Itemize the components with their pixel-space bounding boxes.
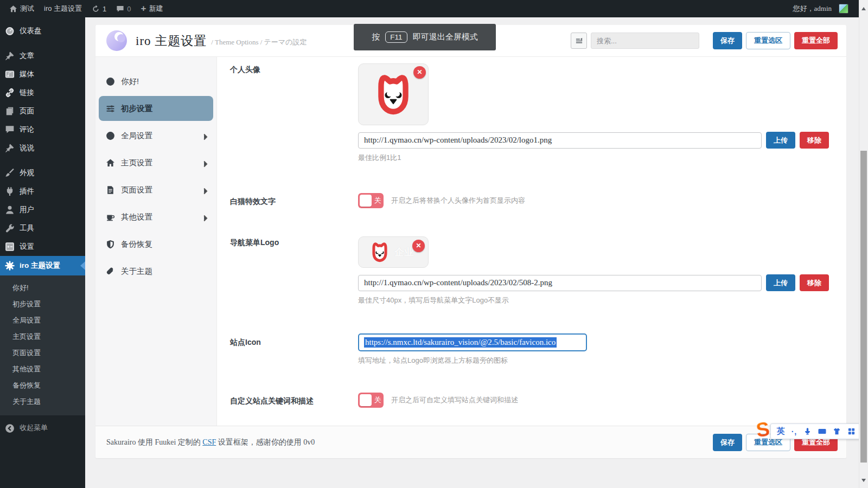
url-row: 上传 移除 — [358, 274, 833, 291]
sidebar-item-media[interactable]: 媒体 — [0, 65, 85, 84]
scroll-down-arrow[interactable] — [861, 479, 866, 484]
theme-nav-label: 备份恢复 — [121, 239, 152, 249]
logo-ghost-text: 企业 — [394, 246, 414, 259]
page-icon — [106, 185, 115, 195]
chevron-right-icon — [201, 187, 208, 194]
toggle-knob — [360, 394, 372, 406]
skin-icon[interactable] — [833, 427, 841, 435]
keyboard-icon[interactable] — [818, 427, 826, 435]
theme-nav-item-basic-settings[interactable]: 初步设置 — [99, 96, 213, 121]
submenu-item[interactable]: 备份恢复 — [0, 377, 85, 394]
sidebar-item-shuoshuo[interactable]: 说说 — [0, 139, 85, 157]
sidebar-item-label: 用户 — [20, 205, 34, 215]
field-control: https://s.nmxc.ltd/sakurairo_vision/@2.5… — [358, 333, 833, 365]
remove-avatar-image-button[interactable] — [413, 66, 426, 79]
sidebar-item-comments[interactable]: 评论 — [0, 120, 85, 139]
footer-credit: Sakurairo 使用 Fuukei 定制的 CSF 设置框架，感谢你的使用 … — [106, 438, 315, 447]
submenu-item[interactable]: 你好! — [0, 280, 85, 296]
submenu-item[interactable]: 页面设置 — [0, 345, 85, 361]
theme-nav-item-backup-restore[interactable]: 备份恢复 — [95, 230, 216, 258]
header-actions: 保存 重置选区 重置全部 — [571, 32, 838, 49]
ime-toolbar: S 英 ·, — [756, 420, 862, 440]
page-subtitle: / Theme Options / テーマの設定 — [211, 37, 307, 47]
reset-all-button[interactable]: 重置全部 — [794, 32, 838, 49]
collapse-sections-button[interactable] — [571, 33, 587, 49]
link-icon — [5, 88, 15, 98]
sidebar-item-links[interactable]: 链接 — [0, 84, 85, 102]
field-row-avatar: 个人头像 上传 移除 最佳比例1比1 — [230, 63, 833, 163]
theme-nav-item-other-settings[interactable]: 其他设置 — [95, 203, 216, 230]
comment-count: 0 — [127, 5, 131, 13]
sidebar-item-iro-theme-settings[interactable]: iro 主题设置 — [0, 256, 85, 275]
save-button-footer[interactable]: 保存 — [713, 434, 742, 451]
microphone-icon[interactable] — [803, 427, 812, 435]
theme-nav-label: 初步设置 — [121, 104, 152, 114]
theme-nav-item-hello[interactable]: 你好! — [95, 68, 216, 95]
admin-bar-new[interactable]: + 新建 — [136, 0, 168, 17]
users-icon — [5, 205, 15, 215]
sidebar-item-label: iro 主题设置 — [20, 261, 60, 271]
sidebar-item-posts[interactable]: 文章 — [0, 47, 85, 65]
site-icon-input[interactable]: https://s.nmxc.ltd/sakurairo_vision/@2.5… — [358, 333, 587, 351]
theme-nav-item-about-theme[interactable]: 关于主题 — [95, 258, 216, 285]
admin-bar-left: 测试 iro 主题设置 1 0 + 新建 — [4, 0, 168, 17]
admin-bar-comments[interactable]: 0 — [111, 0, 136, 17]
avatar-preview — [358, 63, 429, 125]
sidebar-item-dashboard[interactable]: 仪表盘 — [0, 22, 85, 40]
theme-nav-label: 主页设置 — [121, 158, 152, 168]
search-input[interactable] — [591, 33, 699, 49]
submenu-item[interactable]: 初步设置 — [0, 296, 85, 312]
nav-logo-url-input[interactable] — [358, 275, 762, 291]
upload-button[interactable]: 上传 — [766, 132, 795, 149]
csf-link[interactable]: CSF — [202, 438, 216, 446]
admin-bar-right: 您好，admin — [788, 0, 854, 17]
reset-section-button[interactable]: 重置选区 — [746, 32, 790, 49]
save-button[interactable]: 保存 — [713, 32, 742, 49]
ime-language-toggle[interactable]: 英 — [777, 426, 785, 436]
sidebar-item-appearance[interactable]: 外观 — [0, 164, 85, 182]
sogou-logo[interactable]: S — [755, 419, 771, 441]
submenu-item[interactable]: 主页设置 — [0, 329, 85, 345]
avatar-url-input[interactable] — [358, 132, 762, 149]
theme-nav-item-homepage-settings[interactable]: 主页设置 — [95, 149, 216, 176]
smile-icon — [106, 77, 115, 86]
toggle-switch[interactable]: 关 — [358, 193, 384, 208]
remove-button[interactable]: 移除 — [800, 132, 829, 149]
admin-bar-theme-shortcut[interactable]: iro 主题设置 — [39, 0, 87, 17]
admin-bar-account[interactable]: 您好，admin — [788, 0, 854, 17]
sidebar-item-plugins[interactable]: 插件 — [0, 182, 85, 201]
theme-nav-item-global-settings[interactable]: 全局设置 — [95, 122, 216, 149]
sidebar-item-users[interactable]: 用户 — [0, 201, 85, 219]
submenu-item[interactable]: 全局设置 — [0, 312, 85, 329]
submenu-item[interactable]: 关于主题 — [0, 394, 85, 410]
comment-icon — [5, 125, 15, 134]
admin-bar-site[interactable]: 测试 — [4, 0, 39, 17]
remove-nav-logo-button[interactable] — [412, 240, 425, 252]
theme-shortcut-label: iro 主题设置 — [44, 4, 82, 14]
field-label: 导航菜单Logo — [230, 236, 358, 305]
ime-punctuation-toggle[interactable]: ·, — [792, 427, 797, 436]
upload-button[interactable]: 上传 — [766, 274, 795, 291]
toggle-switch[interactable]: 关 — [358, 393, 384, 408]
field-row-custom-keywords: 自定义站点关键词和描述 关 开启之后可自定义填写站点关键词和描述 — [230, 393, 833, 408]
submenu-item[interactable]: 其他设置 — [0, 361, 85, 377]
remove-button[interactable]: 移除 — [800, 274, 829, 291]
field-description: 最佳比例1比1 — [358, 153, 833, 163]
comment-icon — [116, 5, 124, 13]
chevron-right-icon — [201, 214, 208, 221]
theme-nav-label: 全局设置 — [121, 131, 152, 141]
pin-icon — [5, 51, 15, 61]
theme-nav-item-page-settings[interactable]: 页面设置 — [95, 176, 216, 203]
sidebar-item-label: 说说 — [20, 143, 34, 153]
admin-bar-updates[interactable]: 1 — [87, 0, 111, 17]
collapse-menu-button[interactable]: 收起菜单 — [0, 423, 85, 433]
scroll-up-arrow[interactable] — [861, 5, 866, 10]
more-tools-icon[interactable] — [847, 427, 856, 435]
scrollbar-thumb[interactable] — [860, 151, 867, 463]
sidebar-item-tools[interactable]: 工具 — [0, 219, 85, 237]
crescent-shape — [114, 32, 124, 41]
cat-logo-image — [367, 240, 392, 265]
page-scrollbar[interactable] — [859, 0, 868, 488]
sidebar-item-pages[interactable]: 页面 — [0, 102, 85, 120]
sidebar-item-settings[interactable]: 设置 — [0, 237, 85, 256]
